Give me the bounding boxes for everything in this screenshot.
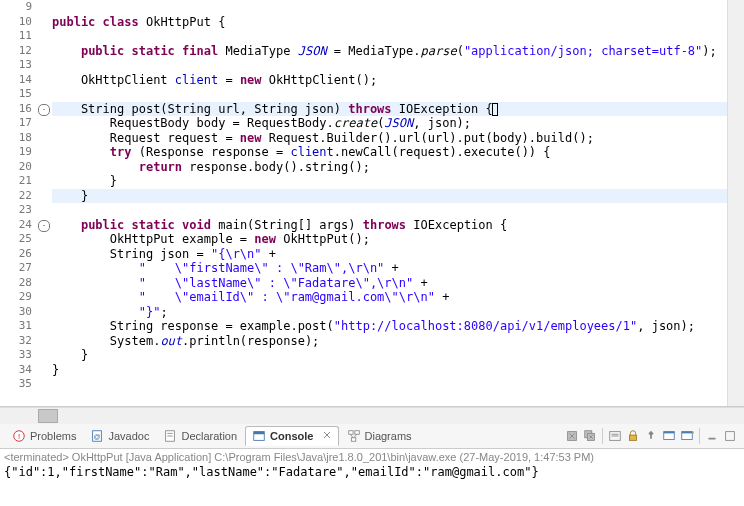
line-number: 35 [0, 377, 32, 392]
svg-text:!: ! [18, 432, 20, 441]
code-line[interactable]: Request request = new Request.Builder().… [52, 131, 744, 146]
tab-diagrams[interactable]: Diagrams [341, 426, 418, 446]
code-area[interactable]: public class OkHttpPut { public static f… [52, 0, 744, 406]
maximize-view-icon[interactable] [722, 428, 738, 444]
line-number: 33 [0, 348, 32, 363]
code-line[interactable]: return response.body().string(); [52, 160, 744, 175]
code-line[interactable]: public static final MediaType JSON = Med… [52, 44, 744, 59]
tab-label: Problems [30, 430, 76, 442]
console-terminated-label: <terminated> OkHttpPut [Java Application… [4, 451, 740, 463]
vertical-scrollbar[interactable] [727, 0, 744, 406]
tab-javadoc[interactable]: @Javadoc [84, 426, 155, 446]
code-line[interactable] [52, 87, 744, 102]
horizontal-scrollbar[interactable] [0, 407, 744, 424]
line-number: 9 [0, 0, 32, 15]
remove-all-icon[interactable] [582, 428, 598, 444]
code-line[interactable]: String post(String url, String json) thr… [52, 102, 744, 117]
code-line[interactable]: public static void main(String[] args) t… [52, 218, 744, 233]
svg-text:@: @ [94, 433, 101, 440]
code-line[interactable] [52, 29, 744, 44]
fold-marker-gutter: -- [38, 0, 52, 406]
code-line[interactable]: } [52, 174, 744, 189]
line-number: 26 [0, 247, 32, 262]
line-number: 19 [0, 145, 32, 160]
scroll-lock-icon[interactable] [625, 428, 641, 444]
tab-declaration[interactable]: Declaration [157, 426, 243, 446]
console-icon [252, 429, 266, 443]
code-line[interactable]: System.out.println(response); [52, 334, 744, 349]
code-line[interactable]: String response = example.post("http://l… [52, 319, 744, 334]
code-line[interactable]: public class OkHttpPut { [52, 15, 744, 30]
line-number: 16 [0, 102, 32, 117]
svg-rect-11 [348, 431, 352, 435]
line-number: 29 [0, 290, 32, 305]
code-line[interactable]: " \"emailId\" : \"ram@gmail.com\"\r\n" + [52, 290, 744, 305]
separator [699, 428, 700, 444]
code-line[interactable]: OkHttpPut example = new OkHttpPut(); [52, 232, 744, 247]
pin-console-icon[interactable] [643, 428, 659, 444]
code-line[interactable] [52, 203, 744, 218]
code-line[interactable]: " \"lastName\" : \"Fadatare\",\r\n" + [52, 276, 744, 291]
close-tab-icon[interactable] [322, 430, 332, 442]
fold-marker-icon[interactable]: - [38, 220, 50, 232]
code-line[interactable]: String json = "{\r\n" + [52, 247, 744, 262]
svg-rect-26 [630, 435, 637, 440]
code-line[interactable] [52, 377, 744, 392]
declaration-icon [163, 429, 177, 443]
minimize-view-icon[interactable] [704, 428, 720, 444]
line-number: 18 [0, 131, 32, 146]
line-number: 17 [0, 116, 32, 131]
console-output[interactable]: {"id":1,"firstName":"Ram","lastName":"Fa… [4, 463, 740, 479]
code-line[interactable]: try (Response response = client.newCall(… [52, 145, 744, 160]
line-number: 31 [0, 319, 32, 334]
open-console-icon[interactable]: + [679, 428, 695, 444]
tab-problems[interactable]: !Problems [6, 426, 82, 446]
line-number: 13 [0, 58, 32, 73]
display-console-icon[interactable] [661, 428, 677, 444]
separator [602, 428, 603, 444]
tab-console[interactable]: Console [245, 426, 338, 446]
remove-launch-icon[interactable] [564, 428, 580, 444]
code-line[interactable]: "}"; [52, 305, 744, 320]
line-number: 15 [0, 87, 32, 102]
code-line[interactable]: } [52, 189, 744, 204]
svg-rect-33 [726, 432, 735, 441]
code-line[interactable]: OkHttpClient client = new OkHttpClient()… [52, 73, 744, 88]
line-number: 20 [0, 160, 32, 175]
line-number: 10 [0, 15, 32, 30]
svg-text:+: + [691, 429, 694, 435]
line-number: 11 [0, 29, 32, 44]
console-panel: <terminated> OkHttpPut [Java Application… [0, 449, 744, 481]
code-line[interactable]: " \"firstName\" : \"Ram\",\r\n" + [52, 261, 744, 276]
svg-line-14 [350, 434, 353, 438]
views-tabbar: !Problems@JavadocDeclarationConsoleDiagr… [0, 424, 744, 449]
line-number: 28 [0, 276, 32, 291]
svg-rect-32 [709, 438, 716, 440]
tab-label: Console [270, 430, 313, 442]
code-line[interactable] [52, 58, 744, 73]
tab-label: Declaration [181, 430, 237, 442]
svg-rect-12 [354, 431, 358, 435]
line-number: 30 [0, 305, 32, 320]
line-number: 12 [0, 44, 32, 59]
tab-label: Javadoc [108, 430, 149, 442]
svg-rect-13 [351, 438, 355, 442]
svg-rect-28 [664, 432, 675, 434]
clear-console-icon[interactable] [607, 428, 623, 444]
line-number: 24 [0, 218, 32, 233]
code-line[interactable]: RequestBody body = RequestBody.create(JS… [52, 116, 744, 131]
line-number: 23 [0, 203, 32, 218]
code-line[interactable] [52, 0, 744, 15]
problems-icon: ! [12, 429, 26, 443]
line-number: 22 [0, 189, 32, 204]
code-line[interactable]: } [52, 363, 744, 378]
line-number: 32 [0, 334, 32, 349]
line-number: 21 [0, 174, 32, 189]
scrollbar-thumb[interactable] [38, 409, 58, 423]
fold-marker-icon[interactable]: - [38, 104, 50, 116]
javadoc-icon: @ [90, 429, 104, 443]
code-line[interactable]: } [52, 348, 744, 363]
code-editor[interactable]: 9101112131415161718192021222324252627282… [0, 0, 744, 407]
line-number: 27 [0, 261, 32, 276]
line-number: 34 [0, 363, 32, 378]
